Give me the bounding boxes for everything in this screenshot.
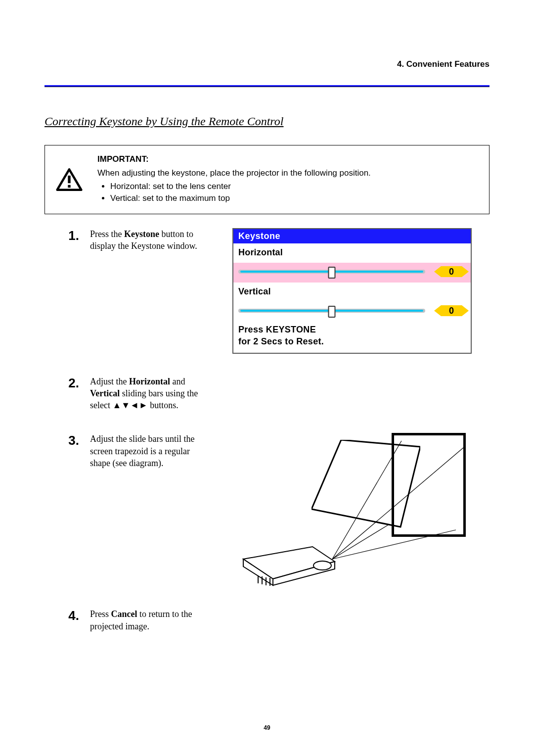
left-arrow-icon[interactable] [434, 305, 441, 316]
osd-footer: Press KEYSTONE for 2 Secs to Reset. [233, 322, 471, 353]
header-rule [44, 85, 490, 87]
page: 4. Convenient Features Correcting Keysto… [0, 0, 534, 756]
warning-icon [56, 168, 83, 191]
step-4-number: 4. [59, 608, 79, 622]
right-arrow-icon[interactable] [462, 305, 469, 316]
svg-rect-2 [68, 185, 70, 188]
important-text: When adjusting the keystone, place the p… [97, 167, 371, 205]
running-head: 4. Convenient Features [44, 59, 490, 69]
osd-horizontal-section: Horizontal [233, 243, 471, 263]
osd-title: Keystone [233, 229, 471, 243]
important-bullet-1: Horizontal: set to the lens center [110, 181, 371, 193]
svg-line-15 [332, 530, 456, 559]
page-number: 49 [0, 724, 534, 731]
step-3: 3. Adjust the slide bars until the scree… [44, 433, 490, 586]
important-label: IMPORTANT: [97, 154, 371, 164]
step-3-graphic [215, 433, 490, 586]
section-title: Correcting Keystone by Using the Remote … [44, 115, 490, 128]
projection-beam [238, 433, 466, 586]
important-intro: When adjusting the keystone, place the p… [97, 168, 371, 178]
steps: 1. Press the Keystone button to display … [44, 228, 490, 632]
step-2-text: Adjust the Horizontal and Vertical slidi… [90, 376, 204, 412]
vertical-slider-thumb[interactable] [328, 306, 336, 318]
chapter-title: Convenient Features [406, 59, 490, 69]
horizontal-slider[interactable] [235, 266, 428, 278]
osd-vertical-label: Vertical [238, 286, 466, 297]
chapter-number: 4. [397, 59, 404, 69]
vertical-slider[interactable] [235, 305, 428, 317]
step-4-text: Press Cancel to return to the projected … [90, 608, 204, 632]
osd-vertical-row[interactable]: 0 [233, 302, 471, 322]
osd-vertical-section: Vertical [233, 283, 471, 302]
svg-line-13 [332, 448, 463, 559]
important-content: IMPORTANT: When adjusting the keystone, … [97, 154, 371, 205]
important-box: IMPORTANT: When adjusting the keystone, … [44, 145, 490, 214]
step-3-number: 3. [59, 433, 79, 447]
svg-line-14 [332, 525, 388, 559]
svg-rect-1 [68, 176, 70, 183]
step-1: 1. Press the Keystone button to display … [44, 228, 490, 354]
step-2: 2. Adjust the Horizontal and Vertical sl… [44, 376, 490, 412]
keystone-osd: Keystone Horizontal 0 [232, 228, 472, 354]
projector-diagram [238, 433, 466, 586]
horizontal-value-pill[interactable]: 0 [434, 266, 469, 277]
vertical-value-pill[interactable]: 0 [434, 305, 469, 316]
step-4: 4. Press Cancel to return to the project… [44, 608, 490, 632]
step-3-text: Adjust the slide bars until the screen t… [90, 433, 204, 469]
osd-footer-line1: Press KEYSTONE [238, 324, 466, 335]
osd-horizontal-label: Horizontal [238, 247, 466, 258]
step-1-text: Press the Keystone button to display the… [90, 228, 204, 252]
step-1-number: 1. [59, 228, 79, 242]
svg-line-12 [332, 441, 401, 559]
step-1-graphic: Keystone Horizontal 0 [215, 228, 490, 354]
right-arrow-icon[interactable] [462, 266, 469, 277]
horizontal-value: 0 [441, 266, 462, 277]
osd-horizontal-row[interactable]: 0 [233, 263, 471, 283]
important-bullet-2: Vertical: set to the maximum top [110, 192, 371, 205]
step-2-number: 2. [59, 376, 79, 389]
horizontal-slider-thumb[interactable] [328, 267, 336, 279]
osd-footer-line2: for 2 Secs to Reset. [238, 335, 466, 347]
left-arrow-icon[interactable] [434, 266, 441, 277]
vertical-value: 0 [441, 305, 462, 316]
